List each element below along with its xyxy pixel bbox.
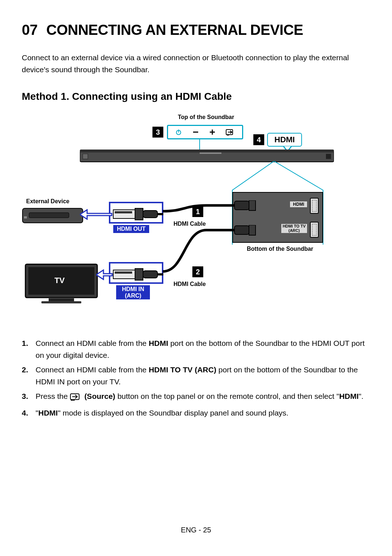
label-external-device: External Device <box>26 198 69 205</box>
svg-rect-18 <box>143 210 158 218</box>
svg-rect-30 <box>249 225 256 235</box>
label-tv: TV <box>54 276 65 285</box>
chapter-name: CONNECTING AN EXTERNAL DEVICE <box>46 22 303 38</box>
callout-number-1: 1 <box>192 206 203 217</box>
svg-rect-13 <box>29 213 69 218</box>
label-hdmi-in: HDMI IN <box>122 286 144 292</box>
callout-number-4: 4 <box>253 134 264 145</box>
svg-rect-28 <box>143 271 158 278</box>
hdmi-mode-bubble: HDMI <box>267 133 302 147</box>
steps-list: 1. Connect an HDMI cable from the HDMI p… <box>22 338 370 419</box>
svg-rect-20 <box>249 200 256 210</box>
svg-rect-8 <box>80 150 334 152</box>
callout-number-2: 2 <box>192 266 203 277</box>
svg-rect-25 <box>113 270 135 279</box>
top-panel-callout <box>167 125 243 139</box>
svg-rect-9 <box>200 152 221 154</box>
connection-diagram: Top of the Soundbar 3 4 HDMI <box>22 114 370 324</box>
step-3: 3. Press the (Source) button on the top … <box>22 391 370 404</box>
volume-up-icon <box>209 128 216 136</box>
arrow-tv-to-hdmiin <box>96 269 113 280</box>
step-2: 2. Connect an HDMI cable from the HDMI T… <box>22 364 370 388</box>
svg-rect-17 <box>135 208 143 220</box>
method-title: Method 1. Connecting using an HDMI Cable <box>22 91 370 102</box>
label-hdmi-out: HDMI OUT <box>113 225 149 233</box>
step-1: 1. Connect an HDMI cable from the HDMI p… <box>22 338 370 361</box>
page-footer: ENG - 25 <box>0 526 392 534</box>
hdmi-out-connector-box <box>109 202 163 224</box>
source-icon-inline <box>70 392 82 404</box>
step-4: 4. "HDMI" mode is displayed on the Sound… <box>22 407 370 419</box>
svg-rect-23 <box>49 298 74 301</box>
svg-rect-29 <box>234 226 249 234</box>
callout-number-3: 3 <box>152 127 163 138</box>
svg-rect-14 <box>24 216 27 218</box>
svg-rect-26 <box>115 271 132 274</box>
intro-paragraph: Connect to an external device via a wire… <box>22 52 370 75</box>
hdmi-cable-2 <box>163 225 257 276</box>
label-top-of-soundbar: Top of the Soundbar <box>178 114 234 120</box>
svg-rect-15 <box>113 210 135 218</box>
hdmi-in-connector-box <box>109 262 163 284</box>
label-hdmi-cable-2: HDMI Cable <box>173 281 206 287</box>
svg-rect-16 <box>115 211 132 213</box>
label-hdmi-in-arc: (ARC) <box>125 293 141 299</box>
arrow-extdev-to-hdmiout <box>80 209 113 220</box>
svg-rect-27 <box>135 269 143 280</box>
svg-rect-11 <box>326 154 331 159</box>
hdmi-cable-1 <box>163 200 257 218</box>
svg-rect-19 <box>234 201 249 210</box>
svg-rect-24 <box>41 301 81 303</box>
power-icon <box>175 128 182 136</box>
svg-rect-10 <box>83 154 88 159</box>
source-icon <box>226 128 235 136</box>
chapter-title: 07 CONNECTING AN EXTERNAL DEVICE <box>22 22 370 38</box>
external-device-illustration <box>22 208 83 227</box>
volume-down-icon <box>192 128 199 136</box>
chapter-number: 07 <box>22 22 38 38</box>
